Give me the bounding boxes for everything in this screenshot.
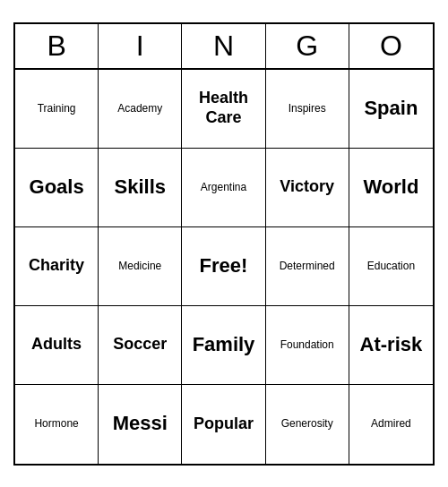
cell-text-18: Foundation — [280, 338, 334, 351]
cell-text-16: Soccer — [113, 335, 167, 355]
bingo-cell-5[interactable]: Goals — [15, 149, 99, 227]
bingo-cell-13[interactable]: Determined — [266, 227, 349, 306]
cell-text-15: Adults — [31, 335, 82, 355]
bingo-cell-4[interactable]: Spain — [349, 70, 433, 149]
bingo-header: BINGO — [15, 24, 433, 70]
cell-text-14: Education — [367, 260, 415, 272]
cell-text-12: Free! — [200, 254, 248, 278]
cell-text-20: Hormone — [34, 417, 78, 430]
bingo-cell-7[interactable]: Argentina — [182, 149, 265, 227]
header-letter-b: B — [15, 24, 99, 68]
cell-text-24: Admired — [371, 417, 411, 430]
cell-text-17: Family — [193, 333, 255, 356]
bingo-cell-6[interactable]: Skills — [99, 149, 182, 227]
bingo-cell-21[interactable]: Messi — [99, 385, 182, 464]
cell-text-19: At-risk — [360, 333, 423, 356]
bingo-cell-0[interactable]: Training — [15, 70, 99, 149]
bingo-card: BINGO TrainingAcademyHealth CareInspires… — [13, 22, 435, 466]
cell-text-21: Messi — [113, 412, 168, 435]
header-letter-o: O — [349, 24, 433, 68]
bingo-cell-22[interactable]: Popular — [182, 385, 265, 464]
bingo-cell-9[interactable]: World — [349, 149, 433, 227]
bingo-cell-24[interactable]: Admired — [349, 385, 433, 464]
bingo-cell-15[interactable]: Adults — [15, 306, 99, 385]
bingo-cell-12[interactable]: Free! — [182, 227, 265, 306]
bingo-cell-18[interactable]: Foundation — [266, 306, 349, 385]
header-letter-i: I — [99, 24, 182, 68]
bingo-cell-3[interactable]: Inspires — [266, 70, 349, 149]
bingo-cell-11[interactable]: Medicine — [99, 227, 182, 306]
cell-text-13: Determined — [280, 260, 335, 272]
cell-text-4: Spain — [364, 97, 418, 120]
cell-text-6: Skills — [115, 175, 166, 199]
bingo-cell-20[interactable]: Hormone — [15, 385, 99, 464]
cell-text-23: Generosity — [281, 417, 333, 430]
cell-text-9: World — [363, 175, 418, 199]
bingo-cell-10[interactable]: Charity — [15, 227, 99, 306]
cell-text-22: Popular — [194, 414, 254, 434]
bingo-grid: TrainingAcademyHealth CareInspiresSpainG… — [15, 70, 433, 464]
bingo-cell-17[interactable]: Family — [182, 306, 265, 385]
bingo-cell-1[interactable]: Academy — [99, 70, 182, 149]
cell-text-5: Goals — [30, 175, 84, 199]
bingo-cell-8[interactable]: Victory — [266, 149, 349, 227]
cell-text-2: Health Care — [185, 89, 261, 127]
bingo-cell-16[interactable]: Soccer — [99, 306, 182, 385]
cell-text-1: Academy — [117, 102, 162, 115]
cell-text-7: Argentina — [201, 181, 246, 193]
cell-text-8: Victory — [280, 177, 334, 197]
cell-text-0: Training — [38, 102, 76, 115]
cell-text-10: Charity — [29, 256, 84, 276]
header-letter-g: G — [266, 24, 349, 68]
bingo-cell-23[interactable]: Generosity — [266, 385, 349, 464]
header-letter-n: N — [182, 24, 265, 68]
cell-text-11: Medicine — [118, 260, 161, 272]
bingo-cell-14[interactable]: Education — [349, 227, 433, 306]
bingo-cell-19[interactable]: At-risk — [349, 306, 433, 385]
cell-text-3: Inspires — [289, 102, 326, 115]
bingo-cell-2[interactable]: Health Care — [182, 70, 265, 149]
